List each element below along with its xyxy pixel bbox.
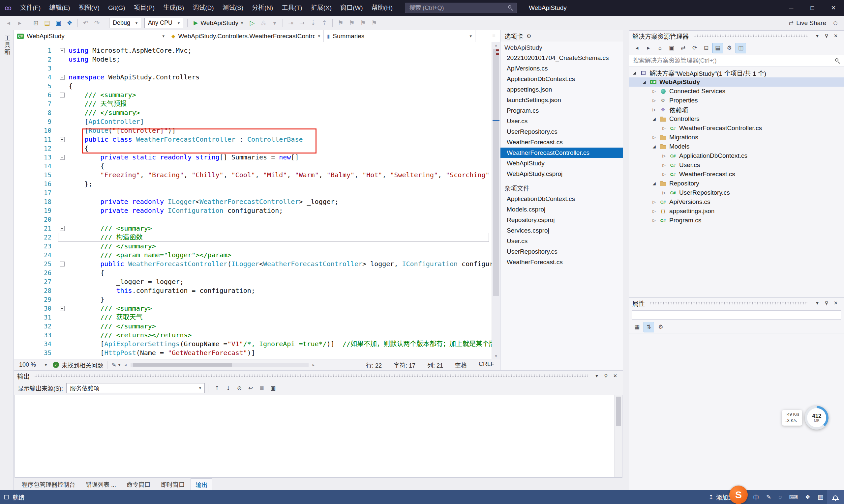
window-position-icon[interactable]: ▾ [592, 373, 601, 379]
platform-dropdown[interactable]: Any CPU▾ [144, 18, 183, 28]
menu-item[interactable]: 生成(B) [159, 0, 188, 16]
bookmark-next-icon[interactable]: ⚑ [358, 18, 368, 28]
scroll-down-icon[interactable]: ▾ [492, 353, 500, 359]
document-tab[interactable]: WebApiStudy [500, 158, 623, 169]
window-position-icon[interactable]: ▾ [813, 33, 822, 39]
expander-icon[interactable]: ◢ [641, 80, 647, 84]
search-input[interactable] [409, 4, 508, 12]
bookmark-toggle-icon[interactable]: ⚑ [335, 18, 346, 28]
layout-icon[interactable]: ❖ [802, 493, 814, 501]
editor-vertical-scrollbar[interactable]: ▴ ▾ [492, 42, 500, 359]
window-maximize-button[interactable]: □ [802, 0, 823, 16]
tool-window-tab[interactable]: 输出 [191, 478, 212, 490]
document-tab[interactable]: UserRepository.cs [500, 247, 623, 257]
output-content[interactable] [15, 395, 622, 478]
scroll-right-icon[interactable]: ▸ [312, 362, 315, 367]
menu-item[interactable]: 项目(P) [130, 0, 159, 16]
tool-window-tab[interactable]: 错误列表 ... [81, 478, 121, 490]
toolbox-tab[interactable]: 工具箱 [3, 33, 11, 58]
indentation-mode[interactable]: 空格 [455, 361, 467, 369]
pen-icon[interactable]: ✎ [762, 493, 775, 501]
tool-window-tab[interactable]: 即时窗口 [156, 478, 189, 490]
tree-item[interactable]: ▷ApiVersions.cs [629, 197, 844, 206]
breadcrumb-segment[interactable]: C#WebApiStudy▾ [14, 30, 168, 42]
ime-chinese-icon[interactable]: 中 [750, 493, 762, 501]
line-ending-mode[interactable]: CRLF [479, 361, 494, 369]
expander-icon[interactable]: ▷ [652, 98, 657, 103]
scrollbar-thumb[interactable] [616, 397, 621, 426]
tree-item[interactable]: ▷依赖项 [629, 105, 844, 114]
live-share-button[interactable]: ⇄ Live Share [785, 19, 829, 27]
document-tab[interactable]: Program.cs [500, 105, 623, 116]
tree-item[interactable]: ◢Repository [629, 179, 844, 188]
properties-icon[interactable]: ⚙ [724, 43, 735, 53]
tree-item[interactable]: ◢解决方案"WebApiStudy"(1 个项目/共 1 个) [629, 68, 844, 77]
background-tasks-icon[interactable] [4, 495, 8, 499]
bookmark-clear-icon[interactable]: ⚑ [369, 18, 379, 28]
fold-collapse-icon[interactable]: − [60, 226, 65, 231]
document-tab[interactable]: WeatherForecast.cs [500, 137, 623, 148]
tool-window-tab[interactable]: 命令窗口 [122, 478, 155, 490]
expander-icon[interactable]: ▷ [661, 154, 667, 158]
menu-item[interactable]: 窗口(W) [336, 0, 367, 16]
fold-collapse-icon[interactable]: − [60, 75, 65, 80]
redo-icon[interactable]: ↷ [92, 18, 102, 28]
code-cleanup-button[interactable]: ✎▾ [111, 361, 120, 368]
document-tab[interactable]: appsettings.json [500, 84, 623, 95]
step-into-icon[interactable]: ⇣ [308, 18, 318, 28]
solution-search-box[interactable] [629, 55, 844, 67]
open-file-icon[interactable]: ▤ [42, 18, 52, 28]
document-tab[interactable]: 20221020101704_CreateSchema.cs [500, 53, 623, 63]
breadcrumb-segment[interactable]: ▮Summaries▾ [324, 30, 476, 42]
nav-forward-icon[interactable]: ▸ [15, 18, 25, 28]
code-health-indicator[interactable]: ✓ 未找到相关问题 [53, 361, 103, 369]
tree-item[interactable]: ▷ApplicationDbContext.cs [629, 151, 844, 160]
expander-icon[interactable]: ▷ [652, 209, 657, 214]
document-tab[interactable]: ApiVersions.cs [500, 63, 623, 74]
scrollbar-thumb[interactable] [493, 49, 499, 296]
expander-icon[interactable]: ▷ [661, 163, 667, 167]
quick-search-box[interactable] [405, 3, 517, 13]
scroll-left-icon[interactable]: ◂ [124, 362, 126, 367]
document-tab[interactable]: ApplicationDbContext.cs [500, 74, 623, 84]
output-scrollbar[interactable] [614, 395, 622, 477]
horizontal-scrollbar[interactable] [131, 363, 309, 367]
tool-window-tab[interactable]: 程序包管理器控制台 [17, 478, 80, 490]
output-source-dropdown[interactable]: 服务依赖项 ▾ [66, 383, 205, 393]
start-without-debugging-icon[interactable]: ▷ [247, 18, 258, 28]
expander-icon[interactable]: ▷ [661, 126, 667, 130]
solution-search-input[interactable] [632, 57, 835, 65]
pin-icon[interactable]: ⚲ [822, 33, 831, 39]
notifications-button[interactable] [827, 490, 844, 504]
document-tab[interactable]: launchSettings.json [500, 95, 623, 105]
start-debugging-button[interactable]: ▶ WebApiStudy ▾ [190, 17, 246, 29]
expander-icon[interactable]: ▷ [652, 107, 657, 112]
scrollbar-thumb[interactable] [133, 363, 232, 367]
grid-icon[interactable]: ▦ [814, 493, 827, 501]
fold-collapse-icon[interactable]: − [60, 137, 65, 142]
keyboard-icon[interactable]: ⌨ [786, 493, 802, 501]
alphabetical-icon[interactable]: ⇅ [643, 322, 654, 332]
tree-item[interactable]: ▷WeatherForecast.cs [629, 170, 844, 179]
document-outline-icon[interactable]: ≡ [488, 33, 500, 39]
word-wrap-icon[interactable]: ↩ [245, 383, 256, 393]
expander-icon[interactable]: ▷ [652, 218, 657, 223]
expander-icon[interactable]: ▷ [652, 200, 657, 204]
document-tab[interactable]: User.cs [500, 116, 623, 126]
bookmark-prev-icon[interactable]: ⚑ [346, 18, 357, 28]
collapse-all-icon[interactable]: ⊟ [701, 43, 711, 53]
document-tab[interactable]: Repository.csproj [500, 215, 623, 225]
preview-selected-items-icon[interactable]: ◫ [736, 43, 746, 53]
tree-item[interactable]: ▷UserRepository.cs [629, 188, 844, 197]
expander-icon[interactable]: ◢ [652, 116, 657, 121]
code-editor[interactable]: C#WebApiStudy▾◆WebApiStudy.Controllers.W… [14, 30, 500, 370]
debug-configuration-dropdown[interactable]: Debug▾ [109, 18, 141, 28]
switch-views-icon[interactable]: ▣ [666, 43, 677, 53]
tree-item[interactable]: ▷WeatherForecastController.cs [629, 124, 844, 133]
expander-icon[interactable]: ▷ [652, 135, 657, 140]
new-project-icon[interactable]: ⊞ [31, 18, 41, 28]
tree-item[interactable]: ▷appsettings.json [629, 206, 844, 216]
pin-icon[interactable]: ⚲ [822, 300, 831, 306]
nav-back-icon[interactable]: ◂ [3, 18, 14, 28]
fold-collapse-icon[interactable]: − [60, 262, 65, 267]
